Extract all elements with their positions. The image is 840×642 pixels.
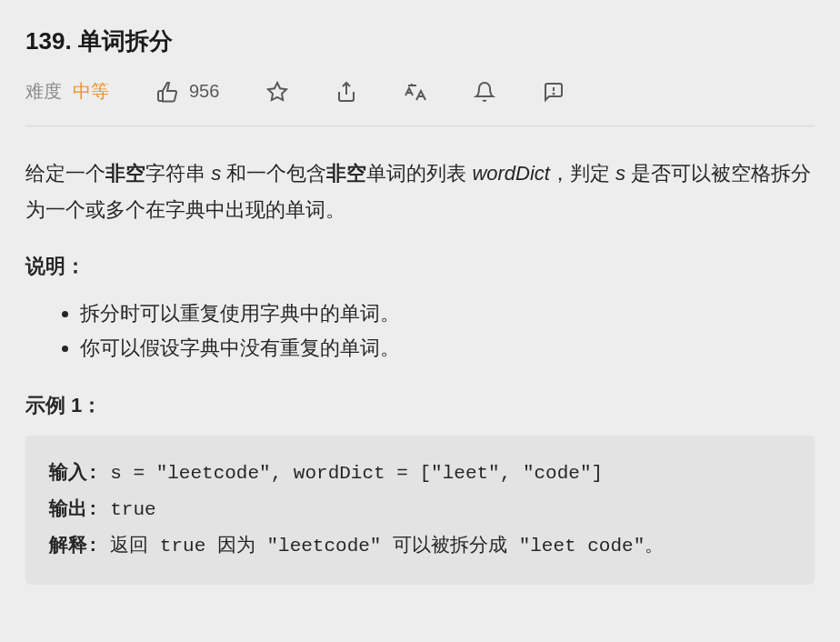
bell-icon <box>474 81 495 103</box>
problem-title: 139. 单词拆分 <box>25 25 815 57</box>
notification-button[interactable] <box>474 81 495 103</box>
notes-heading: 说明： <box>25 253 815 280</box>
share-button[interactable] <box>335 81 357 103</box>
input-label: 输入: <box>49 463 110 484</box>
note-item: 拆分时可以重复使用字典中的单词。 <box>80 296 815 330</box>
translate-button[interactable] <box>405 81 426 103</box>
translate-icon <box>405 81 426 103</box>
difficulty: 难度 中等 <box>25 79 109 104</box>
input-value: s = "leetcode", wordDict = ["leet", "cod… <box>110 463 603 484</box>
problem-description: 给定一个非空字符串 s 和一个包含非空单词的列表 wordDict，判定 s 是… <box>25 155 815 227</box>
example-heading: 示例 1： <box>25 392 815 419</box>
thumbs-up-icon <box>156 81 178 103</box>
svg-point-2 <box>554 93 555 94</box>
star-icon <box>266 81 288 103</box>
explain-value: 返回 true 因为 "leetcode" 可以被拆分成 "leet code"… <box>110 536 664 557</box>
difficulty-label: 难度 <box>25 79 62 104</box>
explain-label: 解释: <box>49 536 110 557</box>
like-count: 956 <box>189 81 219 102</box>
note-item: 你可以假设字典中没有重复的单词。 <box>80 331 815 365</box>
share-icon <box>335 81 357 103</box>
like-button[interactable]: 956 <box>156 81 219 103</box>
feedback-icon <box>543 81 565 103</box>
problem-number: 139. <box>25 27 72 55</box>
example-code-block: 输入: s = "leetcode", wordDict = ["leet", … <box>25 436 815 585</box>
output-label: 输出: <box>49 499 110 520</box>
svg-marker-0 <box>268 83 286 100</box>
output-value: true <box>110 499 155 520</box>
notes-list: 拆分时可以重复使用字典中的单词。 你可以假设字典中没有重复的单词。 <box>25 296 815 365</box>
difficulty-value: 中等 <box>73 79 109 104</box>
favorite-button[interactable] <box>266 81 288 103</box>
feedback-button[interactable] <box>543 81 565 103</box>
problem-name: 单词拆分 <box>78 27 173 55</box>
meta-row: 难度 中等 956 <box>25 79 815 126</box>
